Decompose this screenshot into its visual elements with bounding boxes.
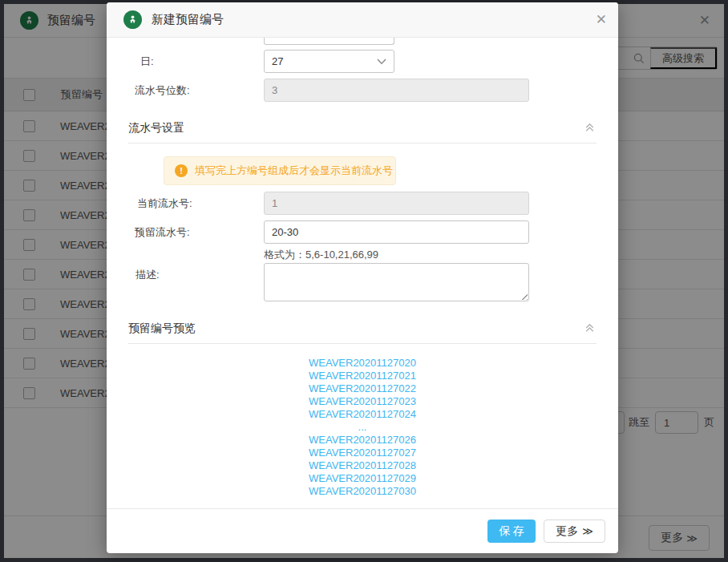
preview-item[interactable]: WEAVER20201127030 — [107, 485, 618, 498]
section-divider — [128, 143, 597, 144]
preview-number-list: WEAVER20201127020 WEAVER20201127021 WEAV… — [107, 357, 618, 498]
preview-item[interactable]: WEAVER20201127027 — [107, 447, 618, 459]
collapse-icon[interactable] — [583, 120, 597, 136]
modal-body: 日: 27 流水号位数: 流水号设置 ! 填写完上方编号组成后才会显示当前流水号… — [107, 38, 618, 508]
modal-more-button[interactable]: 更多 ≫ — [544, 520, 605, 543]
preview-ellipsis: ... — [107, 421, 618, 434]
current-serial-label: 当前流水号: — [137, 192, 192, 215]
section-preview-title: 预留编号预览 — [128, 321, 196, 336]
format-hint: 格式为：5,6-10,21,66,99 — [264, 248, 378, 262]
digits-label: 流水号位数: — [135, 79, 190, 102]
modal-header: 新建预留编号 ✕ — [107, 2, 618, 38]
new-reserved-number-dialog: 新建预留编号 ✕ 日: 27 流水号位数: 流水号设置 ! 填写完上方编号组成后… — [107, 2, 618, 553]
save-button[interactable]: 保存 — [487, 520, 536, 543]
modal-footer: 保存 更多 ≫ — [107, 508, 618, 553]
reserved-serial-label: 预留流水号: — [135, 220, 190, 244]
modal-close-icon[interactable]: ✕ — [596, 10, 607, 30]
preview-item[interactable]: WEAVER20201127021 — [107, 370, 618, 382]
modal-title: 新建预留编号 — [152, 12, 224, 27]
clipped-input[interactable] — [264, 38, 394, 45]
preview-item[interactable]: WEAVER20201127026 — [107, 434, 618, 447]
warning-text: 填写完上方编号组成后才会显示当前流水号 — [195, 164, 393, 178]
description-label: 描述: — [135, 263, 160, 286]
more-label: 更多 — [556, 524, 578, 539]
section-divider — [128, 343, 597, 344]
preview-item[interactable]: WEAVER20201127020 — [107, 357, 618, 370]
current-serial-input — [264, 192, 529, 215]
preview-item[interactable]: WEAVER20201127029 — [107, 472, 618, 485]
warning-icon: ! — [175, 164, 188, 177]
day-label: 日: — [140, 50, 154, 73]
chevron-down-icon — [377, 59, 386, 65]
double-arrow-icon: ≫ — [582, 525, 593, 537]
reserved-serial-input[interactable] — [264, 220, 529, 244]
warning-banner: ! 填写完上方编号组成后才会显示当前流水号 — [164, 156, 396, 185]
day-select-value: 27 — [272, 55, 283, 67]
preview-item[interactable]: WEAVER20201127023 — [107, 395, 618, 408]
preview-item[interactable]: WEAVER20201127028 — [107, 459, 618, 472]
section-serial-title: 流水号设置 — [128, 121, 184, 135]
description-textarea[interactable] — [264, 263, 529, 301]
digits-input — [264, 79, 529, 102]
collapse-icon[interactable] — [583, 321, 597, 337]
app-icon — [123, 10, 142, 29]
app-frame: 预留编号 ✕ 高级搜索 预留编号 WEAVER20 WEAVER20 WEAVE… — [0, 0, 728, 562]
day-select[interactable]: 27 — [264, 50, 394, 73]
preview-item[interactable]: WEAVER20201127022 — [107, 382, 618, 395]
preview-item[interactable]: WEAVER20201127024 — [107, 408, 618, 421]
